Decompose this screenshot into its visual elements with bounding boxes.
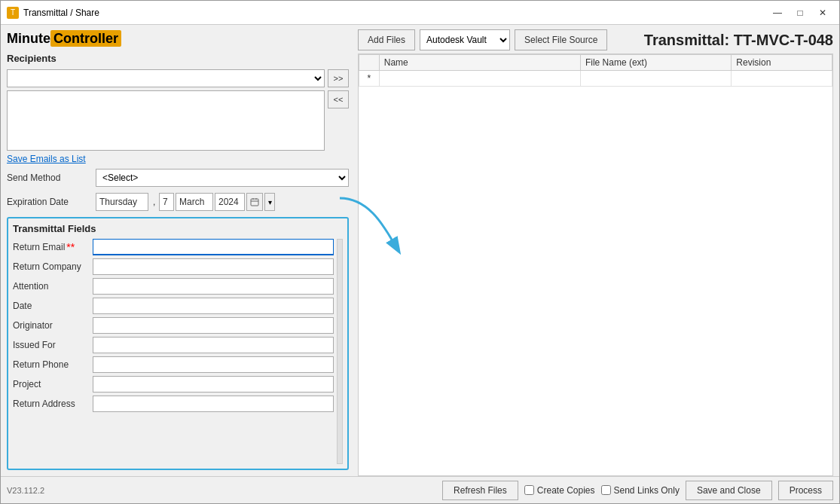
logo: MinuteController (7, 31, 121, 47)
send-links-group: Send Links Only (601, 485, 680, 496)
field-row-return-address: Return Address (13, 396, 334, 412)
return-address-label: Return Address (13, 399, 88, 409)
title-bar-controls: — □ ✕ (767, 5, 833, 21)
send-links-only-checkbox[interactable] (601, 485, 611, 495)
app-icon: T (7, 7, 19, 19)
table-cell-filename (580, 71, 731, 87)
date-month[interactable]: March (176, 193, 213, 211)
window-title: Transmittal / Share (23, 8, 99, 18)
save-emails-link[interactable]: Save Emails as List (7, 154, 349, 164)
recipients-arrows: << (328, 90, 349, 151)
table-row: * (359, 71, 832, 87)
field-row-return-company: Return Company (13, 258, 334, 275)
fields-scroll: Return Email ** Return Company At (13, 239, 343, 464)
send-method-row: Send Method <Select> (7, 169, 349, 187)
files-table: Name File Name (ext) Revision * (359, 54, 832, 87)
table-header-revision: Revision (732, 55, 832, 71)
save-and-close-button[interactable]: Save and Close (686, 481, 772, 500)
svg-rect-0 (251, 199, 258, 206)
attention-input[interactable] (93, 278, 334, 295)
transmittal-fields-section: Transmittal Fields Return Email ** (7, 217, 349, 470)
table-cell-star: * (359, 71, 380, 87)
right-toolbar: Add Files Autodesk Vault Select File Sou… (358, 29, 833, 50)
originator-label: Originator (13, 320, 88, 331)
files-table-container: Name File Name (ext) Revision * (358, 53, 833, 476)
bottom-bar: V23.112.2 Refresh Files Create Copies Se… (1, 476, 839, 503)
date-field-group: Thursday , 7 March 2024 ▾ (96, 193, 349, 211)
return-address-input[interactable] (93, 396, 334, 412)
recipients-dropdown[interactable] (7, 69, 325, 87)
table-cell-revision (732, 71, 832, 87)
logo-prefix: Minute (7, 31, 50, 46)
fields-scrollbar[interactable] (337, 239, 343, 464)
return-company-input[interactable] (93, 258, 334, 275)
minimize-button[interactable]: — (767, 5, 788, 21)
create-copies-group: Create Copies (524, 485, 595, 496)
field-row-return-email: Return Email ** (13, 239, 334, 255)
date-year[interactable]: 2024 (215, 193, 245, 211)
project-input[interactable] (93, 376, 334, 393)
field-row-originator: Originator (13, 317, 334, 334)
send-method-label: Send Method (7, 173, 90, 183)
left-panel: MinuteController Recipients >> << (1, 25, 355, 476)
close-button[interactable]: ✕ (812, 5, 833, 21)
content-wrapper: MinuteController Recipients >> << (1, 25, 839, 476)
create-copies-checkbox[interactable] (524, 485, 534, 495)
refresh-files-button[interactable]: Refresh Files (442, 481, 518, 500)
recipients-section: Recipients >> << Save Emails as List (7, 53, 349, 164)
add-files-button[interactable]: Add Files (358, 29, 415, 50)
fields-list: Return Email ** Return Company At (13, 239, 334, 464)
process-button[interactable]: Process (778, 481, 833, 500)
maximize-button[interactable]: □ (790, 5, 811, 21)
return-company-label: Return Company (13, 261, 88, 272)
create-copies-label: Create Copies (537, 485, 595, 496)
expiration-date-label: Expiration Date (7, 197, 90, 207)
field-row-date: Date (13, 298, 334, 314)
add-recipient-button[interactable]: >> (328, 69, 349, 87)
date-calendar-button[interactable] (246, 193, 263, 211)
logo-highlight: Controller (50, 30, 121, 47)
date-label: Date (13, 301, 88, 311)
project-label: Project (13, 379, 88, 389)
recipients-input-row: >> (7, 69, 349, 87)
transmittal-title: Transmittal: TT-MVC-T-048 (644, 32, 833, 49)
title-bar: T Transmittal / Share — □ ✕ (1, 1, 839, 25)
remove-recipient-button[interactable]: << (328, 90, 349, 108)
send-method-select[interactable]: <Select> (96, 169, 349, 187)
table-header-row: Name File Name (ext) Revision (359, 55, 832, 71)
send-links-only-label: Send Links Only (614, 485, 680, 496)
field-row-project: Project (13, 376, 334, 393)
date-day[interactable]: 7 (159, 193, 174, 211)
originator-input[interactable] (93, 317, 334, 334)
select-file-source-button[interactable]: Select File Source (515, 29, 607, 50)
return-phone-input[interactable] (93, 356, 334, 373)
field-row-issued-for: Issued For (13, 337, 334, 353)
date-day-name[interactable]: Thursday (96, 193, 148, 211)
table-header-star (359, 55, 380, 71)
return-email-label: Return Email ** (13, 241, 88, 253)
title-bar-left: T Transmittal / Share (7, 7, 99, 19)
return-email-input[interactable] (93, 239, 334, 255)
vault-source-dropdown[interactable]: Autodesk Vault (420, 29, 510, 50)
table-header-name: Name (379, 55, 580, 71)
date-comma: , (150, 193, 157, 211)
issued-for-label: Issued For (13, 340, 88, 350)
main-window: T Transmittal / Share — □ ✕ MinuteContro… (0, 0, 840, 504)
right-panel: Add Files Autodesk Vault Select File Sou… (355, 25, 839, 476)
logo-area: MinuteController (7, 31, 349, 47)
issued-for-input[interactable] (93, 337, 334, 353)
return-phone-label: Return Phone (13, 359, 88, 370)
required-indicator: ** (66, 241, 75, 253)
field-row-return-phone: Return Phone (13, 356, 334, 373)
table-cell-name (379, 71, 580, 87)
table-header-filename: File Name (ext) (580, 55, 731, 71)
recipients-label: Recipients (7, 53, 349, 64)
recipients-list[interactable] (7, 90, 325, 151)
date-input[interactable] (93, 298, 334, 314)
version-text: V23.112.2 (7, 486, 436, 495)
attention-label: Attention (13, 281, 88, 292)
expiration-date-row: Expiration Date Thursday , 7 March 2024 (7, 193, 349, 211)
field-row-attention: Attention (13, 278, 334, 295)
transmittal-fields-title: Transmittal Fields (13, 223, 343, 234)
date-dropdown-button[interactable]: ▾ (264, 193, 275, 211)
